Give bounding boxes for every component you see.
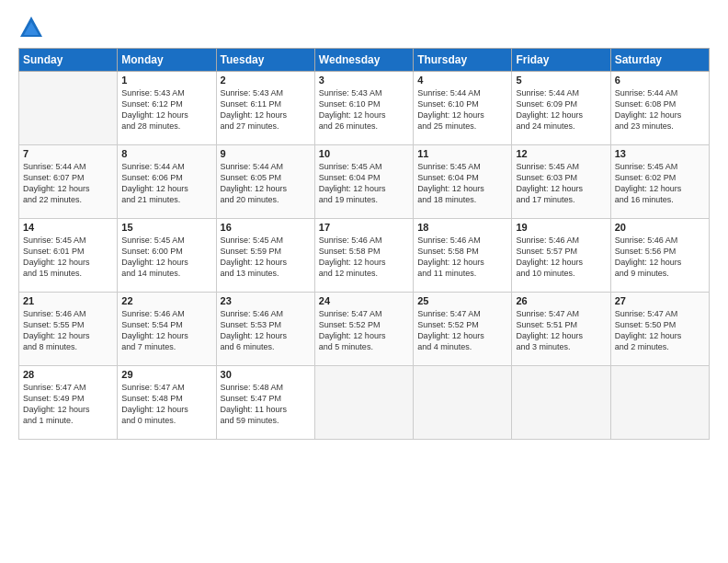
calendar-cell: 10Sunrise: 5:45 AMSunset: 6:04 PMDayligh… — [314, 145, 413, 219]
calendar-cell: 17Sunrise: 5:46 AMSunset: 5:58 PMDayligh… — [314, 219, 413, 293]
day-number: 29 — [121, 369, 211, 380]
calendar-cell: 4Sunrise: 5:44 AMSunset: 6:10 PMDaylight… — [414, 72, 512, 145]
day-number: 3 — [319, 75, 409, 86]
day-number: 24 — [319, 295, 409, 306]
day-number: 27 — [615, 295, 705, 306]
calendar-cell: 12Sunrise: 5:45 AMSunset: 6:03 PMDayligh… — [512, 145, 610, 219]
day-number: 12 — [516, 148, 606, 159]
calendar-cell: 7Sunrise: 5:44 AMSunset: 6:07 PMDaylight… — [19, 145, 118, 219]
calendar-cell: 28Sunrise: 5:47 AMSunset: 5:49 PMDayligh… — [19, 366, 118, 440]
day-number: 15 — [121, 222, 211, 233]
day-number: 18 — [417, 222, 507, 233]
logo-icon — [18, 15, 44, 40]
week-row-2: 14Sunrise: 5:45 AMSunset: 6:01 PMDayligh… — [19, 219, 710, 293]
calendar-cell: 18Sunrise: 5:46 AMSunset: 5:58 PMDayligh… — [414, 219, 512, 293]
day-number: 26 — [516, 295, 606, 306]
day-number: 10 — [319, 148, 409, 159]
calendar-table: SundayMondayTuesdayWednesdayThursdayFrid… — [18, 48, 710, 440]
calendar-cell: 16Sunrise: 5:45 AMSunset: 5:59 PMDayligh… — [216, 219, 314, 293]
calendar-cell — [314, 366, 413, 440]
header-row: SundayMondayTuesdayWednesdayThursdayFrid… — [19, 49, 710, 72]
calendar-cell: 23Sunrise: 5:46 AMSunset: 5:53 PMDayligh… — [216, 293, 314, 366]
day-number: 6 — [615, 75, 705, 86]
cell-content: Sunrise: 5:45 AMSunset: 6:03 PMDaylight:… — [516, 161, 606, 206]
header-cell-friday: Friday — [512, 49, 610, 72]
day-number: 5 — [516, 75, 606, 86]
cell-content: Sunrise: 5:44 AMSunset: 6:05 PMDaylight:… — [221, 161, 311, 206]
calendar-cell: 24Sunrise: 5:47 AMSunset: 5:52 PMDayligh… — [314, 293, 413, 366]
day-number: 1 — [121, 75, 211, 86]
day-number: 9 — [221, 148, 311, 159]
cell-content: Sunrise: 5:45 AMSunset: 6:01 PMDaylight:… — [23, 235, 113, 280]
header-cell-saturday: Saturday — [610, 49, 709, 72]
header-cell-thursday: Thursday — [414, 49, 512, 72]
calendar-cell: 8Sunrise: 5:44 AMSunset: 6:06 PMDaylight… — [118, 145, 216, 219]
calendar-cell: 3Sunrise: 5:43 AMSunset: 6:10 PMDaylight… — [314, 72, 413, 145]
calendar-cell: 27Sunrise: 5:47 AMSunset: 5:50 PMDayligh… — [610, 293, 709, 366]
cell-content: Sunrise: 5:46 AMSunset: 5:55 PMDaylight:… — [23, 308, 113, 353]
header-cell-wednesday: Wednesday — [314, 49, 413, 72]
calendar-cell: 11Sunrise: 5:45 AMSunset: 6:04 PMDayligh… — [414, 145, 512, 219]
cell-content: Sunrise: 5:43 AMSunset: 6:11 PMDaylight:… — [221, 87, 311, 132]
day-number: 2 — [221, 75, 311, 86]
week-row-3: 21Sunrise: 5:46 AMSunset: 5:55 PMDayligh… — [19, 293, 710, 366]
day-number: 25 — [417, 295, 507, 306]
header — [18, 15, 710, 40]
week-row-0: 1Sunrise: 5:43 AMSunset: 6:12 PMDaylight… — [19, 72, 710, 145]
cell-content: Sunrise: 5:45 AMSunset: 6:04 PMDaylight:… — [417, 161, 507, 206]
cell-content: Sunrise: 5:44 AMSunset: 6:08 PMDaylight:… — [615, 87, 705, 132]
calendar-cell: 19Sunrise: 5:46 AMSunset: 5:57 PMDayligh… — [512, 219, 610, 293]
day-number: 4 — [417, 75, 507, 86]
calendar-cell: 9Sunrise: 5:44 AMSunset: 6:05 PMDaylight… — [216, 145, 314, 219]
calendar-cell: 25Sunrise: 5:47 AMSunset: 5:52 PMDayligh… — [414, 293, 512, 366]
cell-content: Sunrise: 5:45 AMSunset: 6:00 PMDaylight:… — [121, 235, 211, 280]
cell-content: Sunrise: 5:46 AMSunset: 5:58 PMDaylight:… — [417, 235, 507, 280]
cell-content: Sunrise: 5:46 AMSunset: 5:57 PMDaylight:… — [516, 235, 606, 280]
calendar-cell: 21Sunrise: 5:46 AMSunset: 5:55 PMDayligh… — [19, 293, 118, 366]
calendar-cell — [414, 366, 512, 440]
calendar-cell — [512, 366, 610, 440]
cell-content: Sunrise: 5:48 AMSunset: 5:47 PMDaylight:… — [221, 382, 311, 427]
cell-content: Sunrise: 5:46 AMSunset: 5:56 PMDaylight:… — [615, 235, 705, 280]
cell-content: Sunrise: 5:46 AMSunset: 5:54 PMDaylight:… — [121, 308, 211, 353]
calendar-cell: 20Sunrise: 5:46 AMSunset: 5:56 PMDayligh… — [610, 219, 709, 293]
day-number: 30 — [221, 369, 311, 380]
cell-content: Sunrise: 5:45 AMSunset: 6:02 PMDaylight:… — [615, 161, 705, 206]
cell-content: Sunrise: 5:46 AMSunset: 5:53 PMDaylight:… — [221, 308, 311, 353]
cell-content: Sunrise: 5:44 AMSunset: 6:10 PMDaylight:… — [417, 87, 507, 132]
day-number: 21 — [23, 295, 113, 306]
cell-content: Sunrise: 5:43 AMSunset: 6:10 PMDaylight:… — [319, 87, 409, 132]
day-number: 14 — [23, 222, 113, 233]
day-number: 17 — [319, 222, 409, 233]
cell-content: Sunrise: 5:43 AMSunset: 6:12 PMDaylight:… — [121, 87, 211, 132]
page: SundayMondayTuesdayWednesdayThursdayFrid… — [0, 0, 728, 563]
logo — [18, 15, 48, 40]
day-number: 16 — [221, 222, 311, 233]
cell-content: Sunrise: 5:47 AMSunset: 5:49 PMDaylight:… — [23, 382, 113, 427]
day-number: 8 — [121, 148, 211, 159]
calendar-cell — [19, 72, 118, 145]
header-cell-sunday: Sunday — [19, 49, 118, 72]
day-number: 13 — [615, 148, 705, 159]
day-number: 28 — [23, 369, 113, 380]
day-number: 11 — [417, 148, 507, 159]
day-number: 20 — [615, 222, 705, 233]
cell-content: Sunrise: 5:47 AMSunset: 5:48 PMDaylight:… — [121, 382, 211, 427]
day-number: 19 — [516, 222, 606, 233]
cell-content: Sunrise: 5:45 AMSunset: 6:04 PMDaylight:… — [319, 161, 409, 206]
calendar-cell: 22Sunrise: 5:46 AMSunset: 5:54 PMDayligh… — [118, 293, 216, 366]
calendar-cell: 29Sunrise: 5:47 AMSunset: 5:48 PMDayligh… — [118, 366, 216, 440]
calendar-cell: 15Sunrise: 5:45 AMSunset: 6:00 PMDayligh… — [118, 219, 216, 293]
week-row-1: 7Sunrise: 5:44 AMSunset: 6:07 PMDaylight… — [19, 145, 710, 219]
cell-content: Sunrise: 5:44 AMSunset: 6:06 PMDaylight:… — [121, 161, 211, 206]
cell-content: Sunrise: 5:47 AMSunset: 5:52 PMDaylight:… — [319, 308, 409, 353]
day-number: 22 — [121, 295, 211, 306]
day-number: 23 — [221, 295, 311, 306]
calendar-cell: 26Sunrise: 5:47 AMSunset: 5:51 PMDayligh… — [512, 293, 610, 366]
header-cell-tuesday: Tuesday — [216, 49, 314, 72]
cell-content: Sunrise: 5:47 AMSunset: 5:51 PMDaylight:… — [516, 308, 606, 353]
day-number: 7 — [23, 148, 113, 159]
calendar-cell — [610, 366, 709, 440]
cell-content: Sunrise: 5:46 AMSunset: 5:58 PMDaylight:… — [319, 235, 409, 280]
cell-content: Sunrise: 5:44 AMSunset: 6:09 PMDaylight:… — [516, 87, 606, 132]
